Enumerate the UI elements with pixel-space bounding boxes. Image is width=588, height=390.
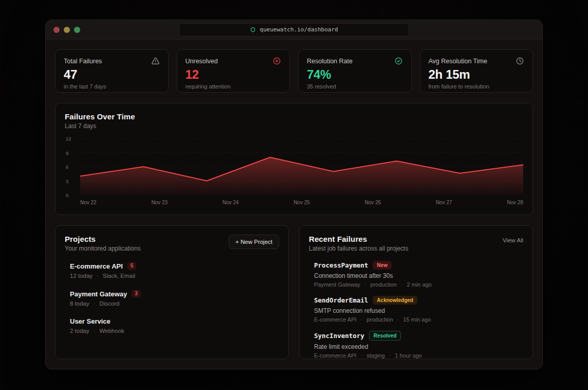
browser-chrome-bar: queuewatch.io/dashboard [46, 20, 542, 40]
unresolved-count-badge: 5 [127, 262, 137, 270]
project-channels: Discord [99, 300, 119, 307]
y-tick: 9 [66, 150, 68, 155]
recent-failures-subtitle: Latest job failures across all projects [309, 245, 408, 252]
url-bar[interactable]: queuewatch.io/dashboard [179, 23, 409, 37]
stat-label: Total Failures [64, 58, 102, 65]
window-controls [53, 27, 80, 33]
chart-subtitle: Last 7 days [65, 122, 523, 130]
project-channels: Slack, Email [103, 273, 135, 279]
chart-title: Failures Over Time [65, 112, 523, 121]
failure-message: SMTP connection refused [314, 307, 523, 314]
dot-separator: · [94, 300, 96, 307]
failure-project: E-commerce API [314, 352, 357, 359]
failure-time: 1 hour ago [395, 352, 422, 359]
x-circle-icon [272, 57, 281, 65]
clock-icon [516, 57, 524, 65]
failure-project: Payment Gateway [314, 281, 360, 288]
dot-separator: · [361, 352, 363, 359]
failure-message: Rate limit exceeded [314, 343, 523, 350]
stat-subtitle: from failure to resolution [429, 83, 525, 90]
projects-panel: Projects Your monitored applications + N… [55, 225, 289, 359]
dot-separator: · [364, 281, 366, 288]
chart-plot-area: 129630 [65, 136, 523, 197]
dashboard-content: Total Failures 47 in the last 7 days Unr… [46, 40, 542, 369]
project-today-count: 8 today [70, 300, 89, 307]
stats-row: Total Failures 47 in the last 7 days Unr… [55, 49, 533, 93]
browser-window: queuewatch.io/dashboard Total Failures 4… [45, 20, 543, 369]
project-list: E-commerce API 5 12 today · Slack, Email… [65, 262, 279, 334]
project-today-count: 12 today [70, 273, 93, 279]
y-tick: 12 [66, 136, 71, 141]
y-tick: 6 [66, 164, 68, 170]
unresolved-count-badge: 3 [132, 290, 141, 298]
x-tick: Nov 24 [223, 200, 239, 205]
failure-list: ProcessPayment New Connection timeout af… [309, 261, 523, 359]
project-name: Payment Gateway [70, 290, 127, 298]
project-row-user-service[interactable]: User Service 2 today · Webhook [70, 317, 279, 334]
stat-card-avg-resolution-time: Avg Resolution Time 2h 15m from failure … [420, 49, 534, 93]
new-project-button[interactable]: + New Project [229, 235, 279, 249]
y-tick: 0 [66, 192, 68, 198]
stat-value: 12 [186, 68, 282, 81]
status-badge-acknowledged: Acknowledged [373, 296, 417, 305]
url-text: queuewatch.io/dashboard [260, 26, 338, 33]
x-tick: Nov 22 [80, 200, 97, 205]
project-today-count: 2 today [70, 328, 89, 334]
stat-value: 74% [307, 68, 403, 81]
stat-subtitle: 35 resolved [307, 83, 403, 90]
stat-value: 2h 15m [429, 68, 525, 81]
recent-failures-panel: Recent Failures Latest job failures acro… [299, 225, 533, 359]
stat-label: Resolution Rate [307, 58, 353, 65]
stat-label: Unresolved [186, 58, 218, 65]
x-tick: Nov 26 [365, 200, 381, 205]
stat-label: Avg Resolution Time [429, 58, 487, 65]
project-row-ecommerce-api[interactable]: E-commerce API 5 12 today · Slack, Email [70, 262, 279, 279]
dot-separator: · [401, 281, 403, 288]
failure-project: E-commerce API [314, 316, 357, 323]
failure-row-sendorderemail[interactable]: SendOrderEmail Acknowledged SMTP connect… [314, 296, 523, 323]
failure-job-name: SyncInventory [314, 332, 364, 340]
project-row-payment-gateway[interactable]: Payment Gateway 3 8 today · Discord [70, 290, 279, 307]
alert-triangle-icon [151, 57, 160, 65]
maximize-button[interactable] [74, 27, 80, 33]
x-tick: Nov 25 [293, 200, 310, 205]
status-badge-new: New [373, 261, 392, 270]
failure-job-name: ProcessPayment [314, 261, 368, 269]
secure-shield-icon [250, 27, 256, 33]
dot-separator: · [397, 316, 399, 323]
failure-time: 15 min ago [403, 316, 431, 323]
x-tick: Nov 23 [151, 200, 168, 205]
failure-time: 2 min ago [407, 281, 432, 288]
x-tick: Nov 27 [436, 200, 452, 205]
failures-chart-svg [80, 136, 523, 197]
status-badge-resolved: Resolved [369, 331, 401, 341]
project-name: E-commerce API [70, 262, 123, 270]
failure-row-syncinventory[interactable]: SyncInventory Resolved Rate limit exceed… [314, 331, 523, 359]
stat-value: 47 [64, 68, 160, 81]
failure-row-processpayment[interactable]: ProcessPayment New Connection timeout af… [314, 261, 523, 288]
x-axis-labels: Nov 22 Nov 23 Nov 24 Nov 25 Nov 26 Nov 2… [65, 200, 523, 205]
close-button[interactable] [53, 27, 60, 33]
view-all-link[interactable]: View All [503, 237, 523, 243]
stat-card-total-failures: Total Failures 47 in the last 7 days [55, 49, 169, 93]
y-tick: 3 [66, 178, 68, 184]
x-tick: Nov 28 [507, 200, 523, 205]
projects-subtitle: Your monitored applications [65, 245, 141, 252]
stat-card-resolution-rate: Resolution Rate 74% 35 resolved [298, 49, 412, 93]
minimize-button[interactable] [64, 27, 70, 33]
failure-environment: production [371, 281, 397, 288]
bottom-panels: Projects Your monitored applications + N… [55, 225, 533, 359]
project-name: User Service [70, 317, 111, 325]
stat-subtitle: requiring attention [186, 83, 282, 90]
stat-card-unresolved: Unresolved 12 requiring attention [177, 49, 290, 93]
projects-title: Projects [65, 235, 141, 243]
failure-environment: staging [366, 352, 384, 359]
dot-separator: · [97, 273, 99, 279]
stat-subtitle: in the last 7 days [64, 83, 160, 90]
failure-environment: production [366, 316, 393, 323]
y-axis-labels: 129630 [66, 136, 79, 197]
failures-over-time-card: Failures Over Time Last 7 days 129630 No… [55, 103, 533, 215]
failure-job-name: SendOrderEmail [314, 296, 368, 304]
dot-separator: · [361, 316, 363, 323]
recent-failures-title: Recent Failures [309, 235, 408, 243]
